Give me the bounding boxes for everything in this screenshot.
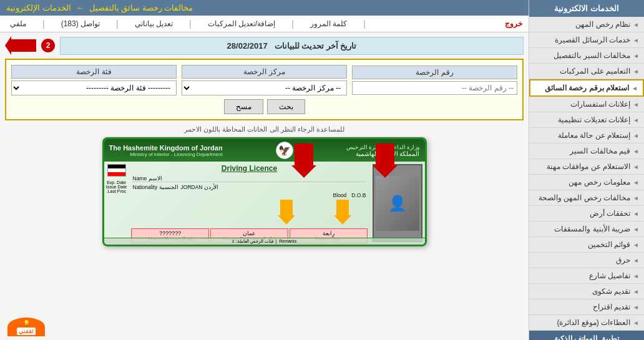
svg-marker-4 [278, 200, 295, 225]
nav-item-update-data[interactable]: تعديل بياناتي [131, 18, 177, 29]
licence-no-value: ??????? [134, 230, 206, 236]
sidebar-item-violations-detail[interactable]: ◄ مخالفات السير بالتفصيل [529, 48, 644, 64]
license-center-label: مركز الرخصة [182, 65, 347, 79]
name-row: الاسم Name [133, 175, 366, 182]
sidebar-item-label: تحققات أرض [590, 209, 630, 218]
sidebar-item-label: إعلانات تعديلات تنظيمية [558, 115, 630, 124]
nav-separator: | [363, 19, 366, 29]
dob-row: D.O.B Blood [133, 192, 366, 198]
sidebar-title: الخدمات الالكترونية [529, 0, 644, 17]
name-label: الاسم Name [133, 175, 162, 182]
sidebar-item-label: إستعلام عن حالة معاملة [558, 131, 630, 140]
chevron-icon: ◄ [633, 117, 639, 124]
license-number-input[interactable] [352, 81, 517, 95]
nav-item-traffic-password[interactable]: كلمة المرور [306, 18, 351, 29]
nav-item-contact[interactable]: تواصل (183) [57, 18, 104, 29]
sidebar-item-short-messages[interactable]: ◄ خدمات الرسائل القصيرة [529, 32, 644, 48]
chevron-icon: ◄ [633, 148, 639, 155]
sidebar-item-vehicle-circulars[interactable]: ◄ التعاميم على المركبات [529, 64, 644, 79]
exit-button[interactable]: خروج [505, 19, 522, 28]
form-row: رقم الرخصة مركز الرخصة -- مركز الرخصة --… [11, 65, 517, 95]
chevron-icon: ◄ [633, 179, 639, 186]
dob-label: D.O.B [351, 192, 366, 198]
clear-button[interactable]: مسح [224, 99, 263, 114]
sidebar-item-inquiries[interactable]: ◄ إعلانات استفسارات [529, 97, 644, 112]
nav-item-file[interactable]: ملفي [6, 18, 30, 29]
sidebar-item-profession-approval[interactable]: ◄ الاستعلام عن موافقات مهنة [529, 159, 644, 175]
license-category-label: فئة الرخصة [11, 65, 177, 79]
sidebar-item-label: العطاءات (موقع الدائرة) [557, 318, 630, 327]
date-fields: Exp. Date Issue Date Last Proc. [106, 180, 127, 193]
sidebar-item-fires[interactable]: ◄ حرق [529, 253, 644, 268]
nav-bar: خروج | كلمة المرور | إضافة/تعديل المركبا… [0, 16, 529, 32]
sidebar-item-complaint[interactable]: ◄ تقديم شكوى [529, 284, 644, 299]
sidebar-item-label: ضريبة الأبنية والمسقفات [554, 225, 630, 233]
sidebar-item-label: مخالفات السير بالتفصيل [554, 51, 630, 60]
card-footer: Remarks | فئات الرخص العاملة: ٤ [104, 238, 425, 245]
chevron-icon: ◄ [633, 288, 639, 295]
sidebar-item-label: قوائم التخمين [588, 240, 630, 249]
sidebar-item-label: معلومات رخص مهن [568, 178, 630, 187]
sidebar-item-driver-license-inquiry[interactable]: ◄ استعلام برقم رخصة السائق [529, 79, 644, 97]
red-arrow-down-1 [373, 143, 398, 180]
sidebar-item-department[interactable]: ◄ العطاءات (موقع الدائرة) [529, 315, 644, 331]
nav-separator: | [116, 19, 119, 29]
logo-text: ثقفني [17, 328, 36, 335]
breadcrumb-current: مخالفات رخصة سائق بالتفصيل [89, 3, 193, 12]
main-content: مخالفات رخصة سائق بالتفصيل ← الخدمات الإ… [0, 0, 529, 340]
sidebar-item-land[interactable]: ◄ تحققات أرض [529, 206, 644, 221]
card-title-block-en: The Hashemite Kingdom of Jordan Ministry… [109, 144, 223, 157]
svg-marker-2 [291, 143, 316, 178]
breadcrumb: مخالفات رخصة سائق بالتفصيل ← الخدمات الإ… [0, 0, 529, 16]
sidebar-item-label: تقديم شكوى [592, 287, 630, 296]
search-button[interactable]: بحث [267, 99, 305, 114]
sidebar-item-street[interactable]: ◄ تفاصيل شارع [529, 268, 644, 284]
sidebar: الخدمات الالكترونية ◄ نظام رخص المهن ◄ خ… [529, 0, 644, 340]
chevron-icon: ◄ [633, 68, 639, 75]
nav-item-add-vehicle[interactable]: إضافة/تعديل المركبات [204, 18, 280, 29]
sidebar-item-traffic-violations[interactable]: ◄ قيم مخالفات السير [529, 143, 644, 159]
sidebar-item-label: التعاميم على المركبات [560, 67, 630, 75]
nav-separator: | [189, 19, 192, 29]
chevron-icon: ◄ [633, 304, 639, 311]
sidebar-item-transaction[interactable]: ◄ إستعلام عن حالة معاملة [529, 128, 644, 143]
sidebar-item-regulatory[interactable]: ◄ إعلانات تعديلات تنظيمية [529, 112, 644, 128]
license-center-field: مركز الرخصة -- مركز الرخصة -- [182, 65, 347, 95]
chevron-icon: ◄ [633, 210, 639, 217]
sidebar-item-label: نظام رخص المهن [575, 20, 630, 29]
sidebar-item-label: إعلانات استفسارات [570, 100, 630, 109]
chevron-icon: ◄ [633, 37, 639, 44]
chevron-icon: ◄ [633, 241, 639, 248]
driving-licence-title: Driving Licence [133, 164, 366, 173]
last-proc-label: Last Proc. [106, 189, 127, 193]
date-bar-label: تاريخ آخر تحديث للبيانات [275, 41, 357, 51]
date-bar-value: 28/02/2017 [227, 41, 268, 51]
license-category-select[interactable]: --------- فئة الرخصة --------- [11, 80, 177, 95]
sidebar-item-label: الاستعلام عن موافقات مهنة [547, 162, 630, 171]
chevron-icon: ◄ [632, 85, 638, 92]
chevron-icon: ◄ [633, 132, 639, 139]
chevron-icon: ◄ [633, 101, 639, 108]
sidebar-item-profession-info[interactable]: ◄ معلومات رخص مهن [529, 175, 644, 190]
card-right: Exp. Date Issue Date Last Proc. [104, 162, 129, 245]
date-bar: تاريخ آخر تحديث للبيانات 28/02/2017 [60, 37, 524, 55]
chevron-icon: ◄ [633, 21, 639, 28]
form-section: رقم الرخصة مركز الرخصة -- مركز الرخصة --… [5, 59, 524, 120]
license-center-select[interactable]: -- مركز الرخصة -- [182, 80, 347, 95]
nav-separator: | [42, 19, 45, 29]
chevron-icon: ◄ [633, 163, 639, 170]
form-buttons: بحث مسح [11, 99, 517, 114]
sidebar-item-license-system[interactable]: ◄ نظام رخص المهن [529, 17, 644, 32]
nationality-label: الجنسية Nationality [133, 184, 178, 190]
sidebar-item-suggestion[interactable]: ◄ تقديم اقتراح [529, 299, 644, 315]
sidebar-item-buildings-tax[interactable]: ◄ ضريبة الأبنية والمسقفات [529, 221, 644, 237]
smart-phones-title: تطبيق الهواتف الذكية [529, 331, 644, 340]
chevron-icon: ◄ [633, 52, 639, 59]
sidebar-item-label: تقديم اقتراح [593, 303, 630, 311]
sidebar-item-label: مخالفات رخص المهن والصحة [539, 193, 630, 202]
sidebar-item-label: تفاصيل شارع [589, 271, 630, 280]
license-category-field: فئة الرخصة --------- فئة الرخصة --------… [11, 65, 177, 95]
sidebar-item-health[interactable]: ◄ مخالفات رخص المهن والصحة [529, 190, 644, 206]
sidebar-item-insurance[interactable]: ◄ قوائم التخمين [529, 237, 644, 253]
step-badge-2: 2 [41, 39, 55, 52]
